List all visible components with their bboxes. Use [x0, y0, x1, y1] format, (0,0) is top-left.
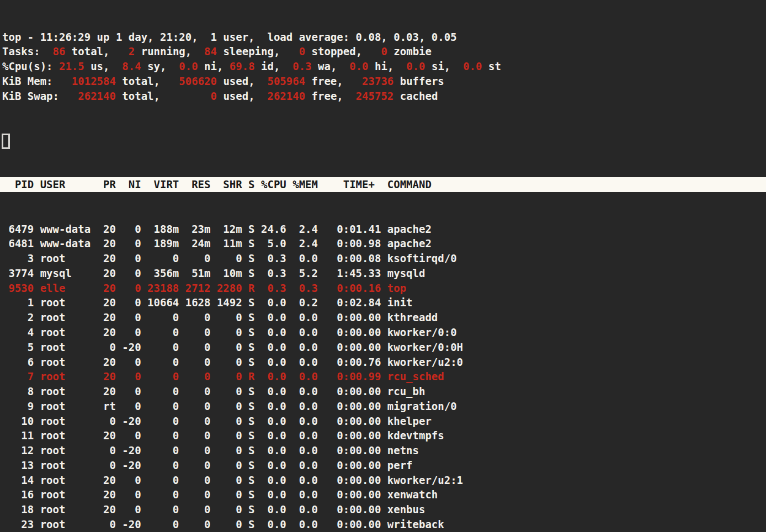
- tasks-line-segment: 2: [129, 45, 135, 57]
- mem-line: KiB Mem: 1012584 total, 506620 used, 505…: [0, 74, 766, 89]
- cpu-line-segment: 0.0: [463, 60, 482, 72]
- process-row-init: 1 root 20 0 10664 1628 1492 S 0.0 0.2 0:…: [0, 295, 766, 310]
- process-row-writeback: 23 root 0 -20 0 0 0 S 0.0 0.0 0:00.00 wr…: [0, 517, 766, 532]
- mem-line-segment: used,: [217, 75, 268, 87]
- process-row-xenbus: 18 root 20 0 0 0 0 S 0.0 0.0 0:00.00 xen…: [0, 502, 766, 517]
- process-row-rcu_sched: 7 root 20 0 0 0 0 R 0.0 0.0 0:00.99 rcu_…: [0, 369, 766, 384]
- tasks-line: Tasks: 86 total, 2 running, 84 sleeping,…: [0, 44, 766, 59]
- process-row-mysqld: 3774 mysql 20 0 356m 51m 10m S 0.3 5.2 1…: [0, 266, 766, 281]
- process-row-migration/0: 9 root rt 0 0 0 0 S 0.0 0.0 0:00.00 migr…: [0, 399, 766, 414]
- swap-line-segment: cached: [393, 90, 438, 102]
- cpu-line-segment: %Cpu(s):: [2, 60, 59, 72]
- cpu-line-segment: 21.5: [59, 60, 84, 72]
- mem-line-segment: 506620: [179, 75, 217, 87]
- process-row-apache2: 6479 www-data 20 0 188m 23m 12m S 24.6 2…: [0, 222, 766, 237]
- process-row-kworker/0:0H: 5 root 0 -20 0 0 0 S 0.0 0.0 0:00.00 kwo…: [0, 340, 766, 355]
- uptime-line: top - 11:26:29 up 1 day, 21:20, 1 user, …: [0, 30, 766, 45]
- swap-line-segment: 0: [211, 90, 217, 102]
- cpu-line-segment: hi,: [369, 60, 407, 72]
- cpu-line-segment: 69.8: [230, 60, 255, 72]
- uptime-line-segment: top - 11:26:29 up 1 day, 21:20, 1 user, …: [2, 31, 457, 43]
- cpu-line-segment: 0.0: [349, 60, 368, 72]
- cpu-line-segment: 0.0: [179, 60, 198, 72]
- cpu-line-segment: us,: [84, 60, 123, 72]
- cpu-line-segment: st: [482, 60, 501, 72]
- process-row-khelper: 10 root 0 -20 0 0 0 S 0.0 0.0 0:00.00 kh…: [0, 414, 766, 429]
- swap-line-segment: 245752: [356, 90, 394, 102]
- cpu-line-segment: 8.4: [122, 60, 141, 72]
- process-row-perf: 13 root 0 -20 0 0 0 S 0.0 0.0 0:00.00 pe…: [0, 458, 766, 473]
- terminal-cursor: [2, 134, 10, 149]
- process-table: 6479 www-data 20 0 188m 23m 12m S 24.6 2…: [0, 222, 766, 532]
- process-row-kworker/u2:0: 6 root 20 0 0 0 0 S 0.0 0.0 0:00.76 kwor…: [0, 355, 766, 370]
- mem-line-segment: total,: [116, 75, 179, 87]
- process-row-kthreadd: 2 root 20 0 0 0 0 S 0.0 0.0 0:00.00 kthr…: [0, 310, 766, 325]
- cpu-line-segment: 0.0: [406, 60, 425, 72]
- swap-line-segment: total,: [116, 90, 211, 102]
- tasks-line-segment: running,: [135, 45, 204, 57]
- table-header-row: PID USER PR NI VIRT RES SHR S %CPU %MEM …: [0, 177, 766, 192]
- mem-line-segment: KiB Mem:: [2, 75, 72, 87]
- process-row-kworker/0:0: 4 root 20 0 0 0 0 S 0.0 0.0 0:00.00 kwor…: [0, 325, 766, 340]
- tasks-line-segment: 0: [299, 45, 305, 57]
- tasks-line-segment: total,: [65, 45, 128, 57]
- swap-line-segment: free,: [305, 90, 356, 102]
- tasks-line-segment: Tasks:: [2, 45, 53, 57]
- top-summary: top - 11:26:29 up 1 day, 21:20, 1 user, …: [0, 30, 766, 104]
- tasks-line-segment: sleeping,: [217, 45, 299, 57]
- tasks-line-segment: 0: [381, 45, 387, 57]
- swap-line-segment: 262140: [78, 90, 116, 102]
- mem-line-segment: free,: [305, 75, 362, 87]
- terminal-screen[interactable]: top - 11:26:29 up 1 day, 21:20, 1 user, …: [0, 0, 766, 532]
- process-row-xenwatch: 16 root 20 0 0 0 0 S 0.0 0.0 0:00.00 xen…: [0, 487, 766, 502]
- swap-line-segment: 262140: [267, 90, 305, 102]
- mem-line-segment: buffers: [393, 75, 444, 87]
- tasks-line-segment: zombie: [387, 45, 432, 57]
- mem-line-segment: 505964: [267, 75, 305, 87]
- tasks-line-segment: stopped,: [305, 45, 381, 57]
- tasks-line-segment: 86: [53, 45, 66, 57]
- cpu-line-segment: wa,: [312, 60, 350, 72]
- cpu-line-segment: id,: [255, 60, 293, 72]
- cpu-line-segment: si,: [425, 60, 464, 72]
- cpu-line-segment: 0.3: [292, 60, 311, 72]
- cpu-line-segment: sy,: [141, 60, 179, 72]
- process-row-top: 9530 elle 20 0 23188 2712 2280 R 0.3 0.3…: [0, 281, 766, 296]
- process-row-ksoftirqd/0: 3 root 20 0 0 0 0 S 0.3 0.0 0:00.08 ksof…: [0, 251, 766, 266]
- swap-line-segment: used,: [217, 90, 268, 102]
- mem-line-segment: 1012584: [72, 75, 116, 87]
- process-row-kdevtmpfs: 11 root 20 0 0 0 0 S 0.0 0.0 0:00.00 kde…: [0, 428, 766, 443]
- swap-line: KiB Swap: 262140 total, 0 used, 262140 f…: [0, 89, 766, 104]
- cpu-line: %Cpu(s): 21.5 us, 8.4 sy, 0.0 ni, 69.8 i…: [0, 59, 766, 74]
- swap-line-segment: KiB Swap:: [2, 90, 78, 102]
- process-row-apache2: 6481 www-data 20 0 189m 24m 11m S 5.0 2.…: [0, 236, 766, 251]
- tasks-line-segment: 84: [204, 45, 217, 57]
- process-row-rcu_bh: 8 root 20 0 0 0 0 S 0.0 0.0 0:00.00 rcu_…: [0, 384, 766, 399]
- cpu-line-segment: ni,: [198, 60, 230, 72]
- process-row-netns: 12 root 0 -20 0 0 0 S 0.0 0.0 0:00.00 ne…: [0, 443, 766, 458]
- cursor-line: [0, 133, 766, 148]
- mem-line-segment: 23736: [362, 75, 393, 87]
- process-row-kworker/u2:1: 14 root 20 0 0 0 0 S 0.0 0.0 0:00.00 kwo…: [0, 473, 766, 488]
